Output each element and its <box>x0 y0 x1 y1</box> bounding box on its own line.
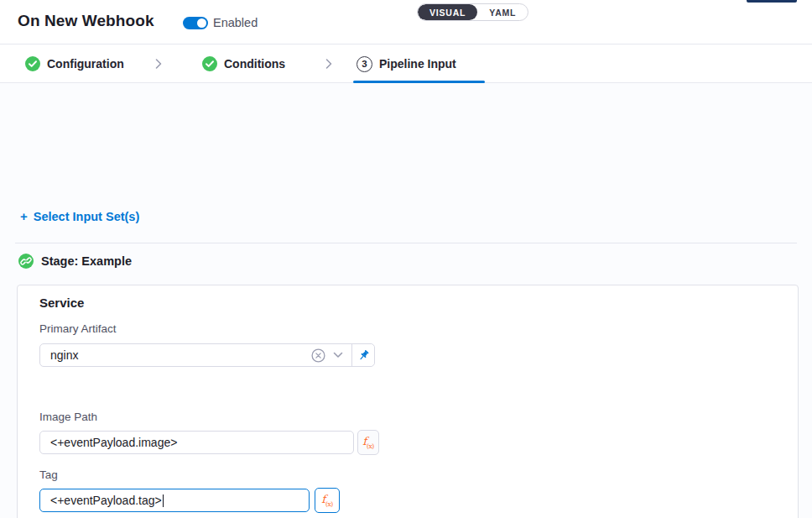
image-path-value: <+eventPayload.image> <box>50 436 177 449</box>
divider <box>15 243 797 243</box>
page-header: On New Webhook Enabled VISUAL YAML <box>0 0 812 44</box>
chevron-right-icon <box>325 58 333 70</box>
fx-icon: f(x) <box>321 494 333 507</box>
select-main: nginx <box>40 344 351 366</box>
service-card: Service Primary Artifact nginx <box>17 285 799 518</box>
page-title: On New Webhook <box>18 12 154 30</box>
expression-button[interactable]: f(x) <box>315 488 340 513</box>
cutoff-top-button[interactable] <box>747 0 797 3</box>
image-path-input[interactable]: <+eventPayload.image> <box>39 431 354 454</box>
check-circle-icon <box>202 56 217 71</box>
pin-icon <box>357 349 370 362</box>
check-circle-icon <box>25 56 40 71</box>
trigger-wizard-page: On New Webhook Enabled VISUAL YAML Confi… <box>0 0 812 518</box>
chevron-down-icon[interactable] <box>333 352 343 358</box>
select-input-sets-label: Select Input Set(s) <box>34 210 140 223</box>
stage-header: Stage: Example <box>18 254 132 269</box>
step-pipeline-input[interactable]: 3 Pipeline Input <box>357 44 456 83</box>
wizard-step-bar: Configuration Conditions 3 Pipeline Inpu… <box>0 44 812 83</box>
enabled-toggle[interactable] <box>183 17 208 29</box>
step-configuration[interactable]: Configuration <box>25 44 124 83</box>
expression-button[interactable]: f(x) <box>357 430 379 455</box>
fx-icon: f(x) <box>362 436 374 449</box>
content-area: + Select Input Set(s) Stage: Example Ser… <box>0 83 812 518</box>
visual-yaml-switch: VISUAL YAML <box>417 3 528 21</box>
tag-value: <+eventPayload.tag> <box>50 494 162 507</box>
clear-icon[interactable] <box>311 348 325 363</box>
toggle-knob <box>197 18 206 28</box>
step-conditions[interactable]: Conditions <box>202 44 285 83</box>
tab-visual[interactable]: VISUAL <box>418 4 477 20</box>
enabled-label: Enabled <box>213 16 258 29</box>
step-label: Pipeline Input <box>379 57 456 71</box>
step-label: Conditions <box>224 57 285 71</box>
plus-icon: + <box>20 209 28 223</box>
tag-label: Tag <box>39 468 58 481</box>
pin-button[interactable] <box>351 344 374 366</box>
stage-icon <box>18 254 34 269</box>
stage-label: Stage: Example <box>41 254 132 268</box>
tab-yaml[interactable]: YAML <box>477 4 528 20</box>
image-path-label: Image Path <box>39 411 97 423</box>
chevron-right-icon <box>154 58 163 70</box>
primary-artifact-value: nginx <box>50 348 304 362</box>
step-label: Configuration <box>47 57 124 71</box>
primary-artifact-select[interactable]: nginx <box>39 343 375 367</box>
step-number-badge: 3 <box>357 56 372 72</box>
primary-artifact-label: Primary Artifact <box>39 322 117 335</box>
text-caret <box>163 494 164 507</box>
service-section-title: Service <box>39 296 84 310</box>
tag-input[interactable]: <+eventPayload.tag> <box>39 489 310 512</box>
select-input-sets-link[interactable]: + Select Input Set(s) <box>20 209 139 223</box>
